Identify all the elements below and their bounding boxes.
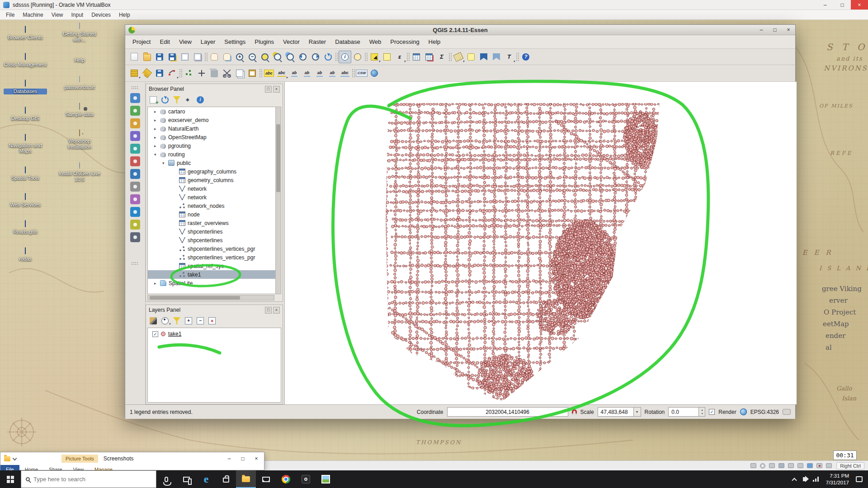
grid-tool-icon[interactable] — [130, 118, 140, 128]
qgis-menu-help[interactable]: Help — [424, 36, 445, 47]
network-icon[interactable] — [813, 477, 819, 482]
panel-float-button[interactable]: □ — [265, 307, 272, 314]
attribute-table-icon[interactable] — [410, 51, 423, 63]
help-contents-icon[interactable]: ? — [519, 51, 532, 63]
zoom-full-icon[interactable] — [259, 51, 271, 63]
desktop-icon-web-services[interactable]: Web Services — [4, 193, 47, 208]
audio-icon[interactable] — [769, 463, 775, 468]
desktop-icon-sample-data[interactable]: Sample data — [57, 103, 102, 117]
move-feature-icon[interactable] — [195, 67, 208, 80]
tree-item-network-1[interactable]: network — [148, 184, 281, 193]
tree-item-pgrouting[interactable]: ▸ pgrouting — [148, 141, 281, 150]
manage-map-themes-icon[interactable]: ▾ — [160, 315, 170, 326]
vbox-menu-input[interactable]: Input — [67, 10, 88, 19]
screenshots-maximize-button[interactable]: □ — [236, 453, 250, 464]
osm-tool-icon[interactable] — [130, 207, 140, 217]
scrollbar-thumb[interactable] — [276, 124, 280, 192]
qgis-menu-plugins[interactable]: Plugins — [250, 36, 278, 47]
start-button[interactable] — [0, 470, 21, 488]
desktop-icon-rodas[interactable]: rodas — [4, 248, 47, 262]
taskbar-edge-icon[interactable]: e — [196, 470, 216, 488]
tree-item-openstreetmap[interactable]: ▸ OpenStreetMap — [148, 133, 281, 141]
pan-to-selection-icon[interactable] — [221, 51, 233, 63]
zoom-in-icon[interactable]: + — [233, 51, 246, 63]
road-graph-icon[interactable] — [130, 232, 140, 242]
vbox-close-button[interactable]: × — [851, 0, 868, 9]
zoom-to-layer-icon[interactable] — [284, 51, 297, 63]
toggle-editing-icon[interactable] — [141, 67, 153, 80]
vbox-menu-view[interactable]: View — [47, 10, 67, 19]
virtualbox-titlebar[interactable]: sdssss [Running] - Oracle VM VirtualBox … — [0, 0, 868, 10]
qgis-menu-project[interactable]: Project — [128, 36, 155, 47]
browser-panel-header[interactable]: Browser Panel □ × — [146, 84, 283, 94]
cad-input-icon[interactable] — [130, 106, 140, 116]
simplify-tool-icon[interactable] — [130, 93, 140, 103]
shared-folders-icon[interactable] — [797, 463, 803, 468]
open-layer-styling-icon[interactable] — [148, 315, 159, 326]
properties-widget-icon[interactable]: i — [195, 94, 206, 105]
tree-expand-arrow[interactable]: ▸ — [154, 135, 160, 140]
desktop-icon-help[interactable]: Help — [57, 55, 102, 63]
select-features-icon[interactable]: ▾ — [368, 51, 381, 63]
spline-tool-icon[interactable] — [130, 144, 140, 154]
paste-features-icon[interactable] — [246, 67, 259, 80]
vbox-maximize-button[interactable]: □ — [834, 0, 851, 9]
qgis-maximize-button[interactable]: □ — [768, 26, 782, 34]
desktop-icon-browser-clients[interactable]: Browser Clients — [4, 26, 47, 41]
qgis-menu-database[interactable]: Database — [330, 36, 365, 47]
field-calculator-icon[interactable] — [423, 51, 435, 63]
screenshots-close-button[interactable]: × — [250, 453, 263, 464]
tree-item-spatial-ref-sys[interactable]: spatial_ref_sys — [148, 262, 281, 270]
screenshots-titlebar[interactable]: Picture Tools Screenshots – □ × — [0, 452, 264, 465]
zoom-out-icon[interactable]: − — [246, 51, 259, 63]
plugin-tool-icon[interactable] — [130, 220, 140, 230]
layer-labeling-icon[interactable]: abc — [263, 67, 275, 80]
coordinate-capture-icon[interactable] — [130, 182, 140, 192]
pin-labels-icon[interactable]: ab — [288, 67, 301, 80]
browser-horizontal-scrollbar[interactable] — [147, 295, 274, 300]
expand-all-icon[interactable]: + — [183, 315, 194, 326]
taskbar-search-box[interactable] — [21, 470, 156, 488]
add-feature-icon[interactable] — [183, 67, 195, 80]
vbox-menu-file[interactable]: File — [2, 10, 19, 19]
layer-visibility-checkbox[interactable]: ✓ — [152, 331, 158, 337]
map-tips-icon[interactable] — [465, 51, 477, 63]
rotation-spinner[interactable]: 0.0 ▴▾ — [668, 407, 705, 417]
identify-features-icon[interactable]: i — [339, 51, 351, 63]
desktop-icon-navigation-and-maps[interactable]: Navigation and Maps — [4, 134, 47, 154]
crs-globe-icon[interactable] — [740, 408, 747, 415]
highlight-labels-icon[interactable]: ab — [301, 67, 313, 80]
mouse-integration-icon[interactable] — [826, 463, 832, 468]
screenshots-minimize-button[interactable]: – — [222, 453, 236, 464]
collapse-all-layers-icon[interactable]: − — [195, 315, 206, 326]
tree-item-spatialite[interactable]: ▸ SpatiaLite — [148, 279, 281, 287]
desktop-icon-desktop-gis[interactable]: Desktop GIS — [4, 107, 47, 122]
desktop-icon-roads-gdb[interactable]: Roads.gdb — [4, 221, 47, 235]
tree-expand-arrow[interactable]: ▸ — [154, 118, 160, 122]
tree-item-naturalearth[interactable]: ▸ NaturalEarth — [148, 124, 281, 133]
refresh-map-icon[interactable] — [322, 51, 335, 63]
current-edits-icon[interactable]: ▾ — [128, 67, 141, 80]
composer-manager-icon[interactable] — [191, 51, 204, 63]
tree-item-geometry-columns[interactable]: geometry_columns — [148, 176, 281, 184]
cut-features-icon[interactable] — [221, 67, 233, 80]
hdd-icon[interactable] — [750, 463, 756, 468]
display-icon[interactable] — [807, 463, 813, 468]
taskbar-media-app-icon[interactable] — [296, 470, 316, 488]
select-by-expression-icon[interactable]: ε ▾ — [393, 51, 406, 63]
label-options-icon[interactable]: abc ▾ — [275, 67, 288, 80]
desktop-icon-workshop-installation[interactable]: Workshop Installation — [57, 130, 102, 150]
add-selected-layers-icon[interactable] — [148, 94, 159, 105]
save-project-icon[interactable] — [153, 51, 166, 63]
move-label-icon[interactable]: ab — [313, 67, 326, 80]
qgis-menu-edit[interactable]: Edit — [155, 36, 174, 47]
panel-float-button[interactable]: □ — [265, 86, 272, 93]
picture-tools-tab[interactable]: Picture Tools — [61, 455, 98, 463]
show-bookmarks-icon[interactable] — [490, 51, 503, 63]
map-canvas[interactable] — [285, 82, 797, 404]
tree-item-shpcenterlines-vertices-2[interactable]: shpcenterlines_vertices_pgr — [148, 253, 281, 262]
usb-icon[interactable] — [788, 463, 794, 468]
csw-search-button[interactable]: CSW — [355, 67, 368, 80]
action-center-icon[interactable] — [856, 476, 863, 482]
coordinate-input[interactable] — [447, 407, 568, 417]
